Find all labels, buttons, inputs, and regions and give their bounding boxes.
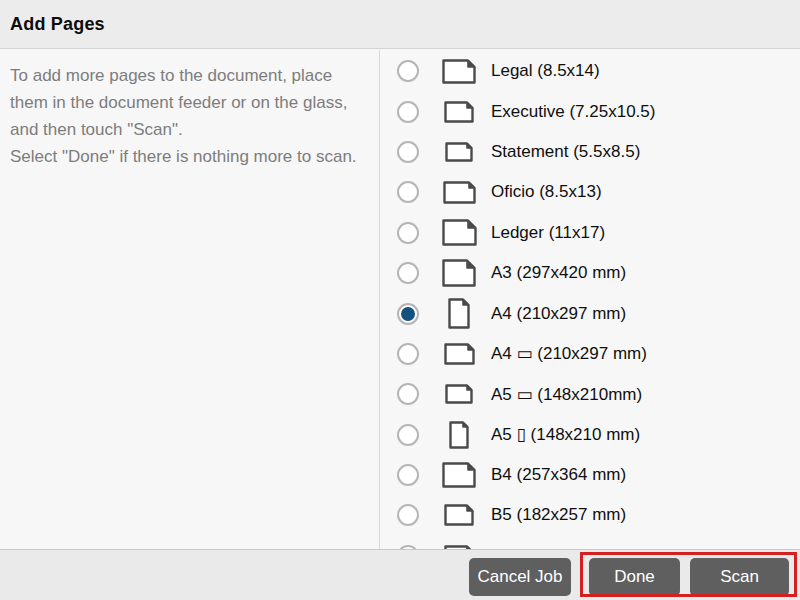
radio-button[interactable] [397, 60, 419, 82]
page-landscape-icon [437, 384, 481, 404]
radio-button[interactable] [397, 222, 419, 244]
paper-size-option[interactable]: A3 (297x420 mm) [381, 253, 800, 293]
instructions-text: To add more pages to the document, place… [10, 62, 371, 170]
page-landscape-icon [437, 101, 481, 123]
paper-size-label: B5 (182x257 mm) [491, 505, 626, 525]
paper-size-option[interactable]: B4 (257x364 mm) [381, 455, 800, 495]
paper-size-label: B4 (257x364 mm) [491, 465, 626, 485]
instructions-line: Select "Done" if there is nothing more t… [10, 143, 371, 170]
page-landscape-icon [437, 142, 481, 162]
paper-size-option[interactable]: B5 (182x257 mm) [381, 495, 800, 535]
paper-size-option[interactable]: Legal (8.5x14) [381, 51, 800, 91]
paper-size-label: A5 ▯ (148x210 mm) [491, 424, 640, 445]
paper-size-label: A4 ▭ (210x297 mm) [491, 343, 647, 364]
paper-size-label: A3 (297x420 mm) [491, 263, 626, 283]
radio-button[interactable] [397, 504, 419, 526]
instructions-line: To add more pages to the document, place [10, 62, 371, 89]
paper-size-option[interactable]: Statement (5.5x8.5) [381, 132, 800, 172]
paper-size-label: Statement (5.5x8.5) [491, 142, 640, 162]
radio-button-selected[interactable] [397, 303, 419, 325]
add-pages-dialog: Add Pages To add more pages to the docum… [0, 0, 800, 600]
paper-size-label: A5 ▭ (148x210mm) [491, 384, 642, 405]
paper-size-label: A4 (210x297 mm) [491, 304, 626, 324]
page-portrait-icon [437, 298, 481, 329]
page-landscape-icon [437, 59, 481, 84]
done-button[interactable]: Done [589, 558, 680, 596]
radio-button[interactable] [397, 343, 419, 365]
radio-button[interactable] [397, 464, 419, 486]
radio-button[interactable] [397, 141, 419, 163]
instructions-line: and then touch "Scan". [10, 116, 371, 143]
radio-button[interactable] [397, 181, 419, 203]
page-landscape-icon [437, 462, 481, 488]
dialog-header: Add Pages [0, 0, 800, 49]
radio-button[interactable] [397, 262, 419, 284]
radio-button[interactable] [397, 424, 419, 446]
page-landscape-icon [437, 219, 481, 246]
paper-size-option[interactable]: A4 ▭ (210x297 mm) [381, 334, 800, 374]
paper-size-option[interactable]: Ledger (11x17) [381, 213, 800, 253]
page-landscape-icon [437, 259, 481, 287]
paper-size-option[interactable]: A5 ▯ (148x210 mm) [381, 415, 800, 455]
page-landscape-icon [437, 181, 481, 204]
cancel-job-button[interactable]: Cancel Job [469, 558, 571, 596]
paper-size-option-partial[interactable] [381, 536, 800, 549]
paper-size-list: Legal (8.5x14)Executive (7.25x10.5)State… [381, 51, 800, 549]
page-portrait-icon [437, 421, 481, 449]
paper-size-label: Executive (7.25x10.5) [491, 102, 655, 122]
paper-size-option[interactable]: A5 ▭ (148x210mm) [381, 374, 800, 414]
page-landscape-icon [437, 343, 481, 365]
scan-button[interactable]: Scan [690, 558, 789, 596]
page-landscape-icon [437, 504, 481, 526]
paper-size-label: Ledger (11x17) [491, 223, 605, 243]
footer-action-bar: Cancel Job Done Scan [0, 549, 800, 600]
paper-size-option[interactable]: Oficio (8.5x13) [381, 172, 800, 212]
paper-size-option[interactable]: A4 (210x297 mm) [381, 293, 800, 333]
radio-dot [401, 307, 415, 321]
radio-button[interactable] [397, 383, 419, 405]
page-title: Add Pages [10, 14, 105, 35]
instructions-line: them in the document feeder or on the gl… [10, 89, 371, 116]
paper-size-label: Legal (8.5x14) [491, 61, 600, 81]
radio-button[interactable] [397, 101, 419, 123]
paper-size-label: Oficio (8.5x13) [491, 182, 602, 202]
instructions-panel: To add more pages to the document, place… [0, 50, 380, 549]
paper-size-option[interactable]: Executive (7.25x10.5) [381, 91, 800, 131]
